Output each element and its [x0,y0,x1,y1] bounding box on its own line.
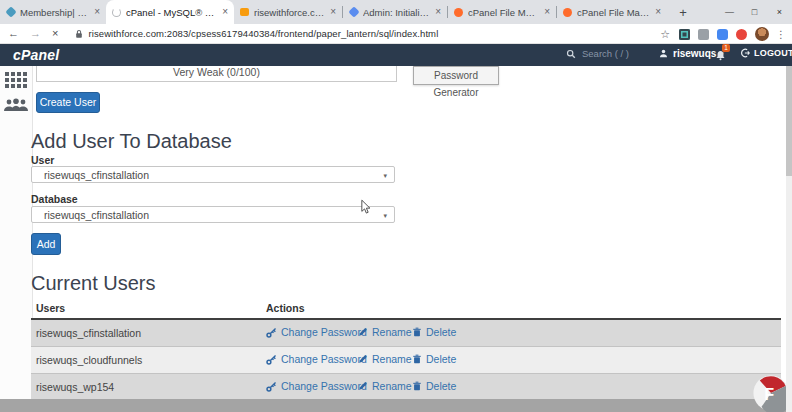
search-placeholder: Search ( / ) [582,48,629,59]
database-select-value: risewuqs_cfinstallation [44,209,149,221]
change-password-link[interactable]: Change Password [266,380,367,392]
browser-tab-strip: Membership| Home × cPanel - MySQL® Datab… [0,0,792,24]
cpanel-header: cPanel Search ( / ) risewuqs ▾ 1 LOGOUT [0,44,792,66]
bookmark-star-icon[interactable]: ☆ [660,28,670,41]
delete-link[interactable]: Delete [412,353,456,365]
delete-link[interactable]: Delete [412,326,456,338]
browser-tab-admin[interactable]: Admin: Initialize Configura × [343,0,447,24]
database-select[interactable]: risewuqs_cfinstallation ▾ [31,206,395,223]
logout-icon [740,48,750,58]
trash-icon [412,354,422,364]
tab-title: Membership| Home [20,7,89,18]
select-caret-icon: ▾ [383,167,387,184]
db-user-name: risewuqs_cfinstallation [36,327,141,339]
admin-favicon-icon [348,6,359,17]
cpanel-logo[interactable]: cPanel [13,47,59,63]
stop-loading-button[interactable]: × [52,28,58,39]
risewithforce-watermark-logo: F [752,374,790,412]
notifications-bell[interactable]: 1 [715,47,726,65]
add-button[interactable]: Add [31,233,61,255]
screen: Membership| Home × cPanel - MySQL® Datab… [0,0,792,412]
tab-title: cPanel File Manager v3 - Fi [577,7,650,18]
sidebar-apps-grid-icon[interactable] [5,72,27,92]
rename-label: Rename [372,380,412,392]
tab-close-icon[interactable]: × [655,7,661,17]
svg-text:F: F [764,385,774,403]
header-search[interactable]: Search ( / ) [566,48,629,59]
rename-link[interactable]: Rename [358,380,412,392]
tab-close-icon[interactable]: × [544,7,550,17]
tab-close-icon[interactable]: × [222,7,228,17]
sidebar-users-group-icon[interactable] [4,98,28,116]
logout-label: LOGOUT [754,48,792,58]
bottom-strip [0,399,792,412]
table-row: risewuqs_cloudfunnels Change Password Re… [31,347,781,374]
column-header-users: Users [36,302,65,314]
mouse-cursor [360,199,371,216]
delete-label: Delete [426,380,456,392]
password-generator-button[interactable]: Password Generator [413,66,499,85]
logout-button[interactable]: LOGOUT [740,48,792,58]
key-icon [266,327,277,338]
profile-avatar[interactable] [755,27,769,41]
window-close-button[interactable]: × [767,0,792,24]
column-header-actions: Actions [266,302,305,314]
tab-title: Admin: Initialize Configura [363,7,430,18]
cpanel-sidebar [0,66,33,399]
delete-link[interactable]: Delete [412,380,456,392]
phpmyadmin-favicon-icon [240,8,249,16]
tab-close-icon[interactable]: × [330,7,336,17]
trash-icon [412,327,422,337]
window-maximize-button[interactable]: □ [742,0,767,24]
user-select[interactable]: risewuqs_cfinstallation ▾ [31,166,395,183]
add-user-section-title: Add User To Database [31,130,232,153]
table-row: risewuqs_cfinstallation Change Password … [31,320,781,347]
tab-close-icon[interactable]: × [94,7,100,17]
toolbar-right: ☆ ⋮ [660,24,786,44]
gem-favicon-icon [5,6,16,17]
pencil-icon [358,354,368,364]
window-minimize-button[interactable]: — [717,0,742,24]
forward-button[interactable]: → [30,28,41,39]
scrollbar-thumb[interactable] [786,66,792,176]
change-password-label: Change Password [281,326,367,338]
table-header-row: Users Actions [31,299,781,320]
username-label: risewuqs [673,48,716,59]
extension-red-icon[interactable] [736,29,747,40]
key-icon [266,381,277,392]
change-password-link[interactable]: Change Password [266,326,367,338]
database-field-label: Database [31,193,78,205]
user-icon [659,49,668,58]
extension-screenshot-icon[interactable] [679,29,690,40]
rename-link[interactable]: Rename [358,326,412,338]
change-password-link[interactable]: Change Password [266,353,367,365]
address-bar[interactable]: risewithforce.com:2083/cpsess6179440384/… [88,28,438,39]
rename-link[interactable]: Rename [358,353,412,365]
loading-spinner-icon [112,8,121,17]
tab-title: cPanel File Manager v3 [468,7,539,18]
browser-tab-filemanager-1[interactable]: cPanel File Manager v3 × [448,0,556,24]
back-button[interactable]: ← [8,28,19,39]
tab-title: cPanel - MySQL® Databas [126,7,217,18]
db-user-name: risewuqs_wp154 [36,381,114,393]
browser-tab-phpmyadmin[interactable]: risewithforce.com / localho × [234,0,342,24]
rename-label: Rename [372,353,412,365]
notification-badge: 1 [722,44,730,52]
table-row: risewuqs_wp154 Change Password Rename De… [31,374,781,401]
change-password-label: Change Password [281,353,367,365]
browser-tab-membership[interactable]: Membership| Home × [0,0,106,24]
key-icon [266,354,277,365]
browser-menu-icon[interactable]: ⋮ [776,29,786,40]
search-icon [566,49,576,59]
extension-gray-icon[interactable] [698,29,709,40]
extension-blue-icon[interactable] [717,29,728,40]
browser-tab-filemanager-2[interactable]: cPanel File Manager v3 - Fi × [557,0,667,24]
window-controls: — □ × [717,0,792,24]
tab-title: risewithforce.com / localho [254,7,325,18]
new-tab-button[interactable]: + [673,2,693,22]
user-select-value: risewuqs_cfinstallation [44,169,149,181]
tab-close-icon[interactable]: × [435,7,441,17]
user-field-label: User [31,154,54,166]
create-user-button[interactable]: Create User [36,92,100,113]
browser-tab-mysql-active[interactable]: cPanel - MySQL® Databas × [106,0,234,24]
